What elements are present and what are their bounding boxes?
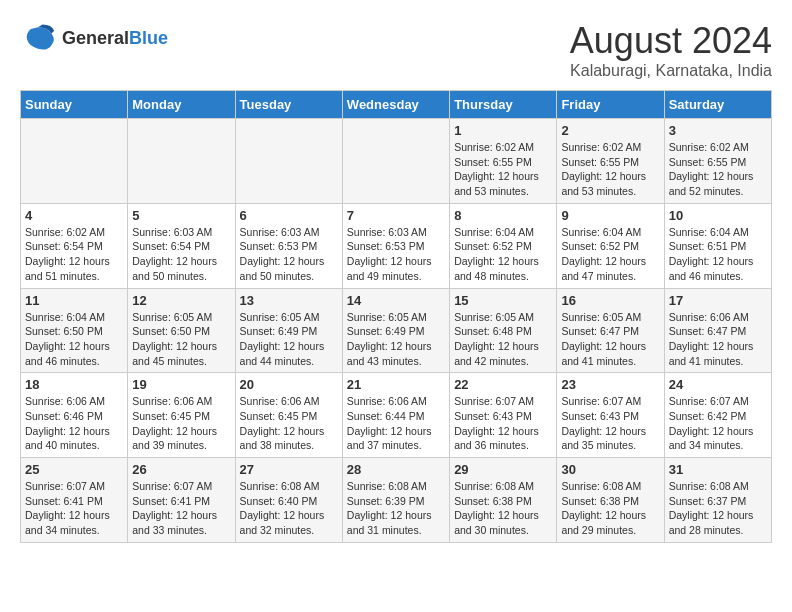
calendar-cell: 5Sunrise: 6:03 AM Sunset: 6:54 PM Daylig… [128, 203, 235, 288]
day-number: 13 [240, 293, 338, 308]
day-number: 1 [454, 123, 552, 138]
day-number: 2 [561, 123, 659, 138]
day-detail: Sunrise: 6:04 AM Sunset: 6:52 PM Dayligh… [561, 225, 659, 284]
day-number: 18 [25, 377, 123, 392]
calendar-cell [21, 119, 128, 204]
calendar-cell [235, 119, 342, 204]
day-number: 3 [669, 123, 767, 138]
day-number: 31 [669, 462, 767, 477]
day-detail: Sunrise: 6:07 AM Sunset: 6:42 PM Dayligh… [669, 394, 767, 453]
calendar-cell: 18Sunrise: 6:06 AM Sunset: 6:46 PM Dayli… [21, 373, 128, 458]
day-detail: Sunrise: 6:03 AM Sunset: 6:53 PM Dayligh… [240, 225, 338, 284]
weekday-header: Thursday [450, 91, 557, 119]
day-detail: Sunrise: 6:06 AM Sunset: 6:47 PM Dayligh… [669, 310, 767, 369]
calendar-cell: 1Sunrise: 6:02 AM Sunset: 6:55 PM Daylig… [450, 119, 557, 204]
calendar-cell: 31Sunrise: 6:08 AM Sunset: 6:37 PM Dayli… [664, 458, 771, 543]
day-detail: Sunrise: 6:05 AM Sunset: 6:47 PM Dayligh… [561, 310, 659, 369]
day-detail: Sunrise: 6:06 AM Sunset: 6:44 PM Dayligh… [347, 394, 445, 453]
page-header: GeneralBlue August 2024 Kalaburagi, Karn… [20, 20, 772, 80]
day-detail: Sunrise: 6:07 AM Sunset: 6:41 PM Dayligh… [25, 479, 123, 538]
day-number: 4 [25, 208, 123, 223]
weekday-header: Tuesday [235, 91, 342, 119]
calendar-cell: 10Sunrise: 6:04 AM Sunset: 6:51 PM Dayli… [664, 203, 771, 288]
day-number: 16 [561, 293, 659, 308]
day-number: 10 [669, 208, 767, 223]
day-detail: Sunrise: 6:05 AM Sunset: 6:49 PM Dayligh… [240, 310, 338, 369]
day-number: 9 [561, 208, 659, 223]
weekday-header: Saturday [664, 91, 771, 119]
day-number: 22 [454, 377, 552, 392]
logo: GeneralBlue [20, 20, 168, 56]
day-number: 26 [132, 462, 230, 477]
logo-text: GeneralBlue [62, 28, 168, 49]
weekday-header: Monday [128, 91, 235, 119]
day-number: 30 [561, 462, 659, 477]
calendar-cell: 24Sunrise: 6:07 AM Sunset: 6:42 PM Dayli… [664, 373, 771, 458]
day-number: 27 [240, 462, 338, 477]
calendar-cell: 21Sunrise: 6:06 AM Sunset: 6:44 PM Dayli… [342, 373, 449, 458]
day-detail: Sunrise: 6:02 AM Sunset: 6:55 PM Dayligh… [669, 140, 767, 199]
day-detail: Sunrise: 6:07 AM Sunset: 6:41 PM Dayligh… [132, 479, 230, 538]
calendar-cell: 9Sunrise: 6:04 AM Sunset: 6:52 PM Daylig… [557, 203, 664, 288]
day-number: 14 [347, 293, 445, 308]
day-number: 7 [347, 208, 445, 223]
day-detail: Sunrise: 6:07 AM Sunset: 6:43 PM Dayligh… [454, 394, 552, 453]
day-detail: Sunrise: 6:08 AM Sunset: 6:38 PM Dayligh… [454, 479, 552, 538]
main-title: August 2024 [570, 20, 772, 62]
calendar-cell: 12Sunrise: 6:05 AM Sunset: 6:50 PM Dayli… [128, 288, 235, 373]
calendar-cell: 17Sunrise: 6:06 AM Sunset: 6:47 PM Dayli… [664, 288, 771, 373]
calendar-cell: 2Sunrise: 6:02 AM Sunset: 6:55 PM Daylig… [557, 119, 664, 204]
day-detail: Sunrise: 6:08 AM Sunset: 6:37 PM Dayligh… [669, 479, 767, 538]
calendar-cell: 14Sunrise: 6:05 AM Sunset: 6:49 PM Dayli… [342, 288, 449, 373]
day-number: 15 [454, 293, 552, 308]
calendar-week-row: 25Sunrise: 6:07 AM Sunset: 6:41 PM Dayli… [21, 458, 772, 543]
calendar-cell: 20Sunrise: 6:06 AM Sunset: 6:45 PM Dayli… [235, 373, 342, 458]
calendar-week-row: 11Sunrise: 6:04 AM Sunset: 6:50 PM Dayli… [21, 288, 772, 373]
day-number: 25 [25, 462, 123, 477]
calendar-cell: 30Sunrise: 6:08 AM Sunset: 6:38 PM Dayli… [557, 458, 664, 543]
calendar-cell: 23Sunrise: 6:07 AM Sunset: 6:43 PM Dayli… [557, 373, 664, 458]
calendar-cell: 26Sunrise: 6:07 AM Sunset: 6:41 PM Dayli… [128, 458, 235, 543]
calendar-cell: 25Sunrise: 6:07 AM Sunset: 6:41 PM Dayli… [21, 458, 128, 543]
day-number: 20 [240, 377, 338, 392]
day-number: 5 [132, 208, 230, 223]
weekday-header: Sunday [21, 91, 128, 119]
logo-icon [20, 20, 56, 56]
calendar-cell: 8Sunrise: 6:04 AM Sunset: 6:52 PM Daylig… [450, 203, 557, 288]
day-detail: Sunrise: 6:08 AM Sunset: 6:38 PM Dayligh… [561, 479, 659, 538]
calendar-table: SundayMondayTuesdayWednesdayThursdayFrid… [20, 90, 772, 543]
day-detail: Sunrise: 6:04 AM Sunset: 6:50 PM Dayligh… [25, 310, 123, 369]
calendar-cell: 22Sunrise: 6:07 AM Sunset: 6:43 PM Dayli… [450, 373, 557, 458]
calendar-week-row: 4Sunrise: 6:02 AM Sunset: 6:54 PM Daylig… [21, 203, 772, 288]
day-number: 21 [347, 377, 445, 392]
day-detail: Sunrise: 6:07 AM Sunset: 6:43 PM Dayligh… [561, 394, 659, 453]
day-detail: Sunrise: 6:05 AM Sunset: 6:48 PM Dayligh… [454, 310, 552, 369]
title-area: August 2024 Kalaburagi, Karnataka, India [570, 20, 772, 80]
day-detail: Sunrise: 6:06 AM Sunset: 6:45 PM Dayligh… [240, 394, 338, 453]
day-detail: Sunrise: 6:02 AM Sunset: 6:55 PM Dayligh… [561, 140, 659, 199]
calendar-cell: 29Sunrise: 6:08 AM Sunset: 6:38 PM Dayli… [450, 458, 557, 543]
day-number: 6 [240, 208, 338, 223]
day-number: 17 [669, 293, 767, 308]
calendar-cell [128, 119, 235, 204]
day-detail: Sunrise: 6:05 AM Sunset: 6:49 PM Dayligh… [347, 310, 445, 369]
day-detail: Sunrise: 6:03 AM Sunset: 6:53 PM Dayligh… [347, 225, 445, 284]
calendar-cell: 15Sunrise: 6:05 AM Sunset: 6:48 PM Dayli… [450, 288, 557, 373]
day-detail: Sunrise: 6:08 AM Sunset: 6:40 PM Dayligh… [240, 479, 338, 538]
day-detail: Sunrise: 6:04 AM Sunset: 6:52 PM Dayligh… [454, 225, 552, 284]
day-number: 24 [669, 377, 767, 392]
day-detail: Sunrise: 6:02 AM Sunset: 6:54 PM Dayligh… [25, 225, 123, 284]
day-number: 12 [132, 293, 230, 308]
day-detail: Sunrise: 6:06 AM Sunset: 6:46 PM Dayligh… [25, 394, 123, 453]
weekday-header: Wednesday [342, 91, 449, 119]
day-number: 29 [454, 462, 552, 477]
day-number: 11 [25, 293, 123, 308]
day-detail: Sunrise: 6:02 AM Sunset: 6:55 PM Dayligh… [454, 140, 552, 199]
calendar-cell: 27Sunrise: 6:08 AM Sunset: 6:40 PM Dayli… [235, 458, 342, 543]
day-detail: Sunrise: 6:08 AM Sunset: 6:39 PM Dayligh… [347, 479, 445, 538]
calendar-cell: 19Sunrise: 6:06 AM Sunset: 6:45 PM Dayli… [128, 373, 235, 458]
calendar-cell [342, 119, 449, 204]
day-detail: Sunrise: 6:04 AM Sunset: 6:51 PM Dayligh… [669, 225, 767, 284]
calendar-week-row: 1Sunrise: 6:02 AM Sunset: 6:55 PM Daylig… [21, 119, 772, 204]
day-detail: Sunrise: 6:03 AM Sunset: 6:54 PM Dayligh… [132, 225, 230, 284]
